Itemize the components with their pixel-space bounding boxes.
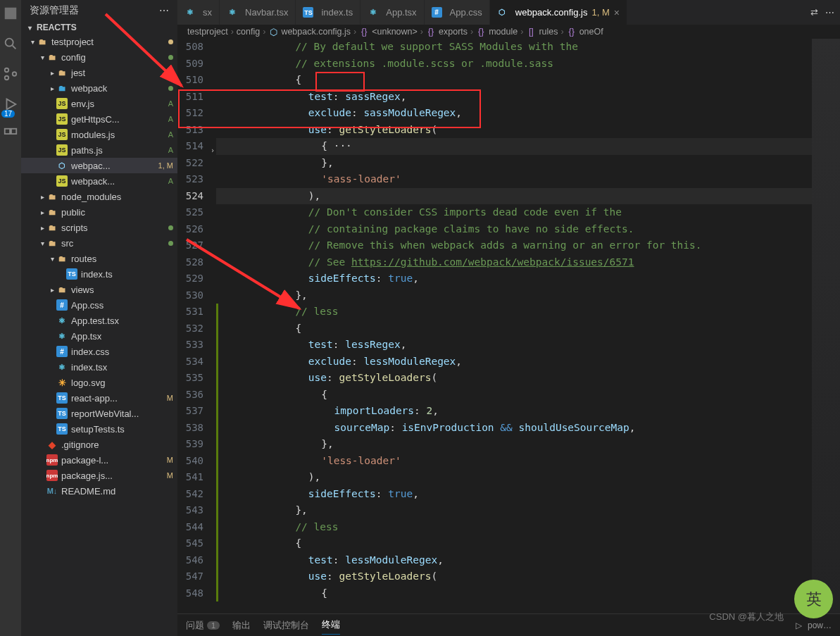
editor-tabs: ⚛sx⚛Navbar.tsxTSindex.ts⚛App.tsx#App.css…	[177, 0, 840, 25]
panel-tab-输出[interactable]: 输出	[232, 616, 251, 635]
compare-icon[interactable]: ⇄	[810, 7, 818, 18]
tab-index.ts[interactable]: TSindex.ts	[296, 0, 361, 25]
file-tree: ▾🖿testproject▾🖿config▸🖿jest▸🖿webpackJSen…	[21, 34, 177, 636]
tree-item-views[interactable]: ▸🖿views	[21, 282, 177, 297]
tree-item-webpack...[interactable]: JSwebpack...A	[21, 173, 177, 189]
more-icon[interactable]: ⋯	[825, 7, 834, 18]
tree-item-index.ts[interactable]: TSindex.ts	[21, 266, 177, 282]
scm-icon[interactable]	[3, 66, 18, 84]
tree-item-index.tsx[interactable]: ⚛index.tsx	[21, 359, 177, 375]
svg-point-4	[13, 72, 17, 76]
svg-point-0	[6, 39, 13, 46]
tab-sx[interactable]: ⚛sx	[177, 0, 220, 25]
breadcrumb[interactable]: testproject›config›⬡webpack.config.js›{}…	[177, 25, 840, 39]
sidebar-title: 资源管理器	[30, 4, 79, 17]
crumb-testproject[interactable]: testproject	[187, 27, 228, 37]
tree-item-App.test.tsx[interactable]: ⚛App.test.tsx	[21, 313, 177, 328]
crumb-module[interactable]: module	[489, 27, 518, 37]
svg-point-2	[5, 68, 9, 73]
code-area[interactable]: // By default we support SASS Modules wi…	[216, 39, 812, 613]
tree-item-modules.js[interactable]: JSmodules.jsA	[21, 127, 177, 142]
minimap[interactable]	[812, 39, 840, 613]
watermark: CSDN @暮人之地	[709, 611, 784, 623]
activity-bar: 17	[0, 0, 21, 636]
section-header[interactable]: ▾ REACTTS	[21, 21, 177, 34]
tree-item-react-app...[interactable]: TSreact-app...M	[21, 390, 177, 406]
tree-item-setupTests.ts[interactable]: TSsetupTests.ts	[21, 421, 177, 437]
tree-item-logo.svg[interactable]: ✳logo.svg	[21, 375, 177, 390]
tree-item-getHttpsC...[interactable]: JSgetHttpsC...A	[21, 111, 177, 127]
ime-badge[interactable]: 英	[794, 580, 833, 618]
crumb-exports[interactable]: exports	[439, 27, 468, 37]
tree-item-.gitignore[interactable]: ◆.gitignore	[21, 437, 177, 452]
tab-App.css[interactable]: #App.css	[425, 0, 490, 25]
svg-point-3	[5, 76, 9, 80]
tree-item-paths.js[interactable]: JSpaths.jsA	[21, 142, 177, 158]
crumb-<unknown>[interactable]: <unknown>	[372, 27, 418, 37]
tree-item-README.md[interactable]: M↓README.md	[21, 483, 177, 499]
svg-rect-5	[5, 129, 10, 134]
crumb-oneOf[interactable]: oneOf	[579, 27, 603, 37]
tree-item-package-l...[interactable]: npmpackage-l...M	[21, 452, 177, 468]
tree-item-node_modules[interactable]: ▸🖿node_modules	[21, 189, 177, 204]
search-icon[interactable]	[3, 36, 18, 54]
tab-App.tsx[interactable]: ⚛App.tsx	[361, 0, 424, 25]
tree-item-package.js...[interactable]: npmpackage.js...M	[21, 468, 177, 483]
tree-item-reportWebVital...[interactable]: TSreportWebVital...	[21, 406, 177, 421]
tree-item-routes[interactable]: ▾🖿routes	[21, 251, 177, 266]
tree-item-testproject[interactable]: ▾🖿testproject	[21, 34, 177, 49]
tree-item-App.tsx[interactable]: ⚛App.tsx	[21, 328, 177, 344]
panel-tab-问题[interactable]: 问题1	[186, 616, 220, 635]
tree-item-jest[interactable]: ▸🖿jest	[21, 65, 177, 80]
tree-item-index.css[interactable]: #index.css	[21, 344, 177, 359]
tab-webpack.config.js[interactable]: ⬡webpack.config.js1, M×	[490, 0, 627, 25]
scm-badge: 17	[1, 110, 15, 118]
tree-item-public[interactable]: ▸🖿public	[21, 204, 177, 220]
line-gutter: 508509510511512513514›522523524525526527…	[177, 39, 216, 613]
editor-main: ⚛sx⚛Navbar.tsxTSindex.ts⚛App.tsx#App.css…	[177, 0, 840, 636]
tab-actions[interactable]: ⇄ ⋯	[805, 0, 840, 25]
tree-item-env.js[interactable]: JSenv.jsA	[21, 96, 177, 111]
extensions-icon[interactable]	[3, 127, 18, 144]
tree-item-webpack[interactable]: ▸🖿webpack	[21, 80, 177, 96]
sidebar-more-icon[interactable]: ⋯	[159, 5, 169, 16]
tree-item-config[interactable]: ▾🖿config	[21, 49, 177, 65]
crumb-config[interactable]: config	[237, 27, 260, 37]
terminal-launch-icon[interactable]: ▷	[796, 621, 802, 630]
panel-tab-终端[interactable]: 终端	[322, 616, 340, 635]
tab-Navbar.tsx[interactable]: ⚛Navbar.tsx	[220, 0, 296, 25]
editor[interactable]: 508509510511512513514›522523524525526527…	[177, 39, 840, 613]
close-icon[interactable]: ×	[614, 7, 620, 18]
sidebar-header: 资源管理器 ⋯	[21, 0, 177, 21]
crumb-rules[interactable]: rules	[539, 27, 558, 37]
tree-item-scripts[interactable]: ▸🖿scripts	[21, 220, 177, 235]
panel-tab-调试控制台[interactable]: 调试控制台	[263, 616, 309, 635]
svg-line-1	[13, 46, 16, 49]
fold-icon[interactable]: ›	[211, 142, 215, 159]
crumb-webpack.config.js[interactable]: webpack.config.js	[281, 27, 351, 37]
explorer-sidebar: 资源管理器 ⋯ ▾ REACTTS ▾🖿testproject▾🖿config▸…	[21, 0, 177, 636]
vscode-icon[interactable]	[3, 6, 18, 23]
svg-rect-6	[11, 129, 16, 134]
tree-item-webpac...[interactable]: ⬡webpac...1, M	[21, 158, 177, 173]
tree-item-App.css[interactable]: #App.css	[21, 297, 177, 313]
tree-item-src[interactable]: ▾🖿src	[21, 235, 177, 251]
